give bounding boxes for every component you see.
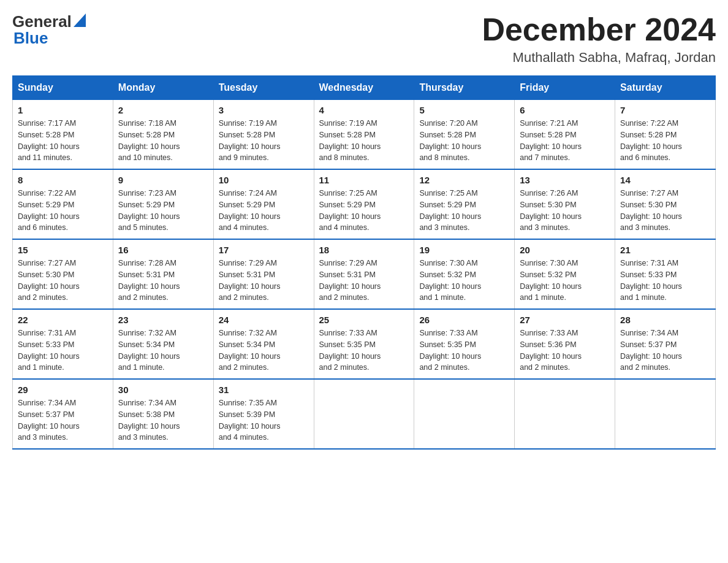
day-info: Sunrise: 7:20 AM Sunset: 5:28 PM Dayligh… xyxy=(419,118,509,164)
day-number: 2 xyxy=(118,105,208,115)
calendar-week-row: 29Sunrise: 7:34 AM Sunset: 5:37 PM Dayli… xyxy=(13,379,716,449)
calendar-cell: 28Sunrise: 7:34 AM Sunset: 5:37 PM Dayli… xyxy=(615,309,716,379)
col-wednesday: Wednesday xyxy=(314,76,414,100)
day-info: Sunrise: 7:32 AM Sunset: 5:34 PM Dayligh… xyxy=(118,327,208,373)
month-title: December 2024 xyxy=(482,12,716,47)
col-tuesday: Tuesday xyxy=(213,76,314,100)
title-block: December 2024 Muthallath Sabha, Mafraq, … xyxy=(482,12,716,66)
day-info: Sunrise: 7:27 AM Sunset: 5:30 PM Dayligh… xyxy=(620,188,710,234)
day-number: 12 xyxy=(419,175,509,185)
calendar-cell: 13Sunrise: 7:26 AM Sunset: 5:30 PM Dayli… xyxy=(515,169,615,239)
page-header: General Blue December 2024 Muthallath Sa… xyxy=(12,12,716,66)
calendar-cell: 2Sunrise: 7:18 AM Sunset: 5:28 PM Daylig… xyxy=(113,100,213,170)
calendar-cell: 3Sunrise: 7:19 AM Sunset: 5:28 PM Daylig… xyxy=(213,100,314,170)
day-info: Sunrise: 7:33 AM Sunset: 5:36 PM Dayligh… xyxy=(520,327,610,373)
day-info: Sunrise: 7:31 AM Sunset: 5:33 PM Dayligh… xyxy=(18,327,108,373)
day-number: 27 xyxy=(520,315,610,325)
svg-marker-0 xyxy=(74,13,86,27)
day-info: Sunrise: 7:34 AM Sunset: 5:37 PM Dayligh… xyxy=(18,397,108,443)
calendar-cell: 25Sunrise: 7:33 AM Sunset: 5:35 PM Dayli… xyxy=(314,309,414,379)
day-number: 10 xyxy=(219,175,309,185)
day-number: 14 xyxy=(620,175,710,185)
col-sunday: Sunday xyxy=(13,76,113,100)
calendar-cell: 30Sunrise: 7:34 AM Sunset: 5:38 PM Dayli… xyxy=(113,379,213,449)
day-info: Sunrise: 7:34 AM Sunset: 5:37 PM Dayligh… xyxy=(620,327,710,373)
day-number: 18 xyxy=(319,245,409,255)
calendar-cell: 14Sunrise: 7:27 AM Sunset: 5:30 PM Dayli… xyxy=(615,169,716,239)
day-number: 9 xyxy=(118,175,208,185)
calendar-cell: 1Sunrise: 7:17 AM Sunset: 5:28 PM Daylig… xyxy=(13,100,113,170)
calendar-cell: 8Sunrise: 7:22 AM Sunset: 5:29 PM Daylig… xyxy=(13,169,113,239)
calendar-cell xyxy=(615,379,716,449)
day-info: Sunrise: 7:30 AM Sunset: 5:32 PM Dayligh… xyxy=(419,258,509,304)
day-info: Sunrise: 7:29 AM Sunset: 5:31 PM Dayligh… xyxy=(319,258,409,304)
day-number: 31 xyxy=(219,385,309,395)
calendar-cell: 27Sunrise: 7:33 AM Sunset: 5:36 PM Dayli… xyxy=(515,309,615,379)
day-number: 23 xyxy=(118,315,208,325)
day-number: 11 xyxy=(319,175,409,185)
day-number: 6 xyxy=(520,105,610,115)
day-number: 8 xyxy=(18,175,108,185)
day-info: Sunrise: 7:19 AM Sunset: 5:28 PM Dayligh… xyxy=(319,118,409,164)
calendar-cell: 19Sunrise: 7:30 AM Sunset: 5:32 PM Dayli… xyxy=(414,239,515,309)
calendar-cell xyxy=(314,379,414,449)
calendar-cell: 31Sunrise: 7:35 AM Sunset: 5:39 PM Dayli… xyxy=(213,379,314,449)
day-number: 16 xyxy=(118,245,208,255)
day-number: 19 xyxy=(419,245,509,255)
calendar-cell: 10Sunrise: 7:24 AM Sunset: 5:29 PM Dayli… xyxy=(213,169,314,239)
col-thursday: Thursday xyxy=(414,76,515,100)
logo-blue-text: Blue xyxy=(13,29,48,48)
calendar-cell: 26Sunrise: 7:33 AM Sunset: 5:35 PM Dayli… xyxy=(414,309,515,379)
calendar-cell: 16Sunrise: 7:28 AM Sunset: 5:31 PM Dayli… xyxy=(113,239,213,309)
calendar-week-row: 15Sunrise: 7:27 AM Sunset: 5:30 PM Dayli… xyxy=(13,239,716,309)
day-info: Sunrise: 7:19 AM Sunset: 5:28 PM Dayligh… xyxy=(219,118,309,164)
calendar-cell: 6Sunrise: 7:21 AM Sunset: 5:28 PM Daylig… xyxy=(515,100,615,170)
calendar-week-row: 1Sunrise: 7:17 AM Sunset: 5:28 PM Daylig… xyxy=(13,100,716,170)
calendar-week-row: 22Sunrise: 7:31 AM Sunset: 5:33 PM Dayli… xyxy=(13,309,716,379)
day-info: Sunrise: 7:31 AM Sunset: 5:33 PM Dayligh… xyxy=(620,258,710,304)
day-number: 21 xyxy=(620,245,710,255)
calendar-cell: 7Sunrise: 7:22 AM Sunset: 5:28 PM Daylig… xyxy=(615,100,716,170)
day-info: Sunrise: 7:26 AM Sunset: 5:30 PM Dayligh… xyxy=(520,188,610,234)
calendar-cell: 17Sunrise: 7:29 AM Sunset: 5:31 PM Dayli… xyxy=(213,239,314,309)
day-number: 20 xyxy=(520,245,610,255)
day-info: Sunrise: 7:27 AM Sunset: 5:30 PM Dayligh… xyxy=(18,258,108,304)
calendar-cell: 9Sunrise: 7:23 AM Sunset: 5:29 PM Daylig… xyxy=(113,169,213,239)
day-info: Sunrise: 7:22 AM Sunset: 5:28 PM Dayligh… xyxy=(620,118,710,164)
day-number: 17 xyxy=(219,245,309,255)
calendar-cell: 20Sunrise: 7:30 AM Sunset: 5:32 PM Dayli… xyxy=(515,239,615,309)
calendar-cell: 23Sunrise: 7:32 AM Sunset: 5:34 PM Dayli… xyxy=(113,309,213,379)
calendar-cell: 21Sunrise: 7:31 AM Sunset: 5:33 PM Dayli… xyxy=(615,239,716,309)
day-info: Sunrise: 7:21 AM Sunset: 5:28 PM Dayligh… xyxy=(520,118,610,164)
calendar-week-row: 8Sunrise: 7:22 AM Sunset: 5:29 PM Daylig… xyxy=(13,169,716,239)
day-number: 22 xyxy=(18,315,108,325)
day-number: 25 xyxy=(319,315,409,325)
col-friday: Friday xyxy=(515,76,615,100)
day-info: Sunrise: 7:23 AM Sunset: 5:29 PM Dayligh… xyxy=(118,188,208,234)
day-number: 3 xyxy=(219,105,309,115)
day-info: Sunrise: 7:17 AM Sunset: 5:28 PM Dayligh… xyxy=(18,118,108,164)
calendar-cell: 4Sunrise: 7:19 AM Sunset: 5:28 PM Daylig… xyxy=(314,100,414,170)
day-info: Sunrise: 7:25 AM Sunset: 5:29 PM Dayligh… xyxy=(319,188,409,234)
day-number: 7 xyxy=(620,105,710,115)
day-number: 15 xyxy=(18,245,108,255)
day-info: Sunrise: 7:25 AM Sunset: 5:29 PM Dayligh… xyxy=(419,188,509,234)
col-monday: Monday xyxy=(113,76,213,100)
day-number: 5 xyxy=(419,105,509,115)
calendar-cell: 12Sunrise: 7:25 AM Sunset: 5:29 PM Dayli… xyxy=(414,169,515,239)
day-info: Sunrise: 7:34 AM Sunset: 5:38 PM Dayligh… xyxy=(118,397,208,443)
calendar-cell: 15Sunrise: 7:27 AM Sunset: 5:30 PM Dayli… xyxy=(13,239,113,309)
day-number: 24 xyxy=(219,315,309,325)
day-info: Sunrise: 7:35 AM Sunset: 5:39 PM Dayligh… xyxy=(219,397,309,443)
day-number: 4 xyxy=(319,105,409,115)
day-info: Sunrise: 7:29 AM Sunset: 5:31 PM Dayligh… xyxy=(219,258,309,304)
calendar-cell: 29Sunrise: 7:34 AM Sunset: 5:37 PM Dayli… xyxy=(13,379,113,449)
day-info: Sunrise: 7:18 AM Sunset: 5:28 PM Dayligh… xyxy=(118,118,208,164)
calendar-cell: 18Sunrise: 7:29 AM Sunset: 5:31 PM Dayli… xyxy=(314,239,414,309)
logo: General Blue xyxy=(12,12,86,48)
calendar-cell: 24Sunrise: 7:32 AM Sunset: 5:34 PM Dayli… xyxy=(213,309,314,379)
calendar-cell: 5Sunrise: 7:20 AM Sunset: 5:28 PM Daylig… xyxy=(414,100,515,170)
calendar-cell: 22Sunrise: 7:31 AM Sunset: 5:33 PM Dayli… xyxy=(13,309,113,379)
day-number: 26 xyxy=(419,315,509,325)
calendar-table: Sunday Monday Tuesday Wednesday Thursday… xyxy=(12,75,716,450)
